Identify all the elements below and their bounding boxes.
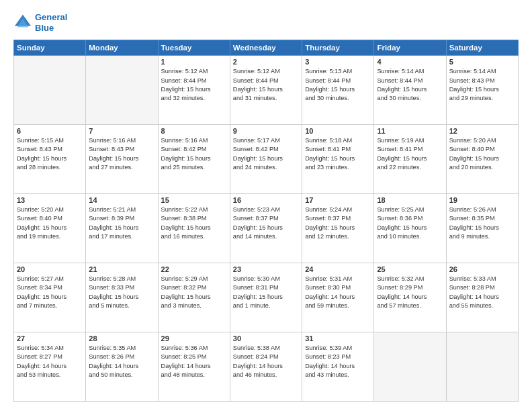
calendar-cell: 18Sunrise: 5:25 AM Sunset: 8:36 PM Dayli… [374, 194, 446, 263]
calendar-cell: 4Sunrise: 5:14 AM Sunset: 8:44 PM Daylig… [374, 56, 446, 125]
calendar-cell: 23Sunrise: 5:30 AM Sunset: 8:31 PM Dayli… [230, 263, 302, 332]
page: General Blue SundayMondayTuesdayWednesda… [0, 0, 532, 411]
day-number: 2 [233, 58, 299, 66]
day-number: 6 [17, 127, 83, 135]
day-number: 10 [305, 127, 371, 135]
calendar-cell: 21Sunrise: 5:28 AM Sunset: 8:33 PM Dayli… [86, 263, 158, 332]
day-info: Sunrise: 5:21 AM Sunset: 8:39 PM Dayligh… [89, 205, 154, 241]
day-number: 26 [449, 265, 515, 273]
day-info: Sunrise: 5:14 AM Sunset: 8:43 PM Dayligh… [449, 67, 515, 103]
weekday-header-saturday: Saturday [446, 40, 518, 56]
calendar-cell: 5Sunrise: 5:14 AM Sunset: 8:43 PM Daylig… [446, 56, 518, 125]
calendar-cell: 15Sunrise: 5:22 AM Sunset: 8:38 PM Dayli… [158, 194, 230, 263]
day-number: 30 [233, 334, 299, 342]
day-number: 21 [89, 265, 154, 273]
calendar-cell: 22Sunrise: 5:29 AM Sunset: 8:32 PM Dayli… [158, 263, 230, 332]
week-row-5: 27Sunrise: 5:34 AM Sunset: 8:27 PM Dayli… [14, 332, 519, 402]
day-number: 14 [89, 196, 154, 204]
day-number: 22 [161, 265, 227, 273]
calendar-cell: 14Sunrise: 5:21 AM Sunset: 8:39 PM Dayli… [86, 194, 158, 263]
weekday-header-monday: Monday [86, 40, 158, 56]
day-number: 16 [233, 196, 299, 204]
day-number: 24 [305, 265, 371, 273]
day-info: Sunrise: 5:16 AM Sunset: 8:43 PM Dayligh… [89, 136, 154, 172]
day-number: 20 [17, 265, 83, 273]
calendar-cell: 12Sunrise: 5:20 AM Sunset: 8:40 PM Dayli… [446, 125, 518, 194]
day-info: Sunrise: 5:30 AM Sunset: 8:31 PM Dayligh… [233, 275, 299, 310]
calendar-cell: 20Sunrise: 5:27 AM Sunset: 8:34 PM Dayli… [14, 263, 86, 332]
weekday-header-friday: Friday [374, 40, 446, 56]
day-info: Sunrise: 5:20 AM Sunset: 8:40 PM Dayligh… [17, 205, 83, 241]
day-number: 8 [161, 127, 227, 135]
day-number: 5 [449, 58, 515, 66]
day-number: 29 [161, 334, 227, 342]
day-info: Sunrise: 5:20 AM Sunset: 8:40 PM Dayligh… [449, 136, 515, 172]
day-number: 11 [377, 127, 443, 135]
day-number: 15 [161, 196, 227, 204]
day-info: Sunrise: 5:16 AM Sunset: 8:42 PM Dayligh… [161, 136, 227, 172]
day-number: 31 [305, 334, 371, 342]
day-number: 25 [377, 265, 443, 273]
week-row-3: 13Sunrise: 5:20 AM Sunset: 8:40 PM Dayli… [14, 194, 519, 263]
calendar-cell [14, 56, 86, 125]
day-info: Sunrise: 5:15 AM Sunset: 8:43 PM Dayligh… [17, 136, 83, 172]
calendar-cell: 8Sunrise: 5:16 AM Sunset: 8:42 PM Daylig… [158, 125, 230, 194]
calendar-cell: 6Sunrise: 5:15 AM Sunset: 8:43 PM Daylig… [14, 125, 86, 194]
day-info: Sunrise: 5:25 AM Sunset: 8:36 PM Dayligh… [377, 205, 443, 241]
calendar-cell: 1Sunrise: 5:12 AM Sunset: 8:44 PM Daylig… [158, 56, 230, 125]
weekday-header-thursday: Thursday [302, 40, 374, 56]
week-row-2: 6Sunrise: 5:15 AM Sunset: 8:43 PM Daylig… [14, 125, 519, 194]
day-number: 27 [17, 334, 83, 342]
calendar-cell: 29Sunrise: 5:36 AM Sunset: 8:25 PM Dayli… [158, 332, 230, 402]
day-info: Sunrise: 5:27 AM Sunset: 8:34 PM Dayligh… [17, 275, 83, 310]
calendar-cell [86, 56, 158, 125]
calendar-cell: 27Sunrise: 5:34 AM Sunset: 8:27 PM Dayli… [14, 332, 86, 402]
day-info: Sunrise: 5:34 AM Sunset: 8:27 PM Dayligh… [17, 344, 83, 379]
day-number: 13 [17, 196, 83, 204]
calendar-table: SundayMondayTuesdayWednesdayThursdayFrid… [13, 40, 519, 402]
day-number: 9 [233, 127, 299, 135]
day-info: Sunrise: 5:19 AM Sunset: 8:41 PM Dayligh… [377, 136, 443, 172]
day-number: 23 [233, 265, 299, 273]
day-number: 3 [305, 58, 371, 66]
day-number: 12 [449, 127, 515, 135]
day-info: Sunrise: 5:36 AM Sunset: 8:25 PM Dayligh… [161, 344, 227, 379]
calendar-cell: 24Sunrise: 5:31 AM Sunset: 8:30 PM Dayli… [302, 263, 374, 332]
day-info: Sunrise: 5:12 AM Sunset: 8:44 PM Dayligh… [161, 67, 227, 103]
logo: General Blue [13, 12, 67, 33]
day-info: Sunrise: 5:31 AM Sunset: 8:30 PM Dayligh… [305, 275, 371, 310]
weekday-header-tuesday: Tuesday [158, 40, 230, 56]
day-info: Sunrise: 5:26 AM Sunset: 8:35 PM Dayligh… [449, 205, 515, 241]
calendar-cell: 10Sunrise: 5:18 AM Sunset: 8:41 PM Dayli… [302, 125, 374, 194]
day-info: Sunrise: 5:28 AM Sunset: 8:33 PM Dayligh… [89, 275, 154, 310]
weekday-header-row: SundayMondayTuesdayWednesdayThursdayFrid… [14, 40, 519, 56]
day-number: 28 [89, 334, 154, 342]
calendar-cell: 3Sunrise: 5:13 AM Sunset: 8:44 PM Daylig… [302, 56, 374, 125]
day-number: 19 [449, 196, 515, 204]
day-info: Sunrise: 5:22 AM Sunset: 8:38 PM Dayligh… [161, 205, 227, 241]
calendar-cell: 17Sunrise: 5:24 AM Sunset: 8:37 PM Dayli… [302, 194, 374, 263]
day-info: Sunrise: 5:33 AM Sunset: 8:28 PM Dayligh… [449, 275, 515, 310]
logo-icon [13, 13, 32, 32]
calendar-cell: 28Sunrise: 5:35 AM Sunset: 8:26 PM Dayli… [86, 332, 158, 402]
day-info: Sunrise: 5:24 AM Sunset: 8:37 PM Dayligh… [305, 205, 371, 241]
day-number: 18 [377, 196, 443, 204]
day-info: Sunrise: 5:35 AM Sunset: 8:26 PM Dayligh… [89, 344, 154, 379]
calendar-cell: 2Sunrise: 5:12 AM Sunset: 8:44 PM Daylig… [230, 56, 302, 125]
day-number: 17 [305, 196, 371, 204]
calendar-cell: 19Sunrise: 5:26 AM Sunset: 8:35 PM Dayli… [446, 194, 518, 263]
calendar-cell: 16Sunrise: 5:23 AM Sunset: 8:37 PM Dayli… [230, 194, 302, 263]
calendar-cell: 13Sunrise: 5:20 AM Sunset: 8:40 PM Dayli… [14, 194, 86, 263]
day-info: Sunrise: 5:13 AM Sunset: 8:44 PM Dayligh… [305, 67, 371, 103]
calendar-cell [374, 332, 446, 402]
logo-text: General Blue [35, 12, 67, 33]
day-info: Sunrise: 5:29 AM Sunset: 8:32 PM Dayligh… [161, 275, 227, 310]
calendar-cell: 25Sunrise: 5:32 AM Sunset: 8:29 PM Dayli… [374, 263, 446, 332]
day-number: 7 [89, 127, 154, 135]
calendar-cell: 30Sunrise: 5:38 AM Sunset: 8:24 PM Dayli… [230, 332, 302, 402]
week-row-1: 1Sunrise: 5:12 AM Sunset: 8:44 PM Daylig… [14, 56, 519, 125]
day-number: 1 [161, 58, 227, 66]
day-number: 4 [377, 58, 443, 66]
day-info: Sunrise: 5:23 AM Sunset: 8:37 PM Dayligh… [233, 205, 299, 241]
day-info: Sunrise: 5:32 AM Sunset: 8:29 PM Dayligh… [377, 275, 443, 310]
